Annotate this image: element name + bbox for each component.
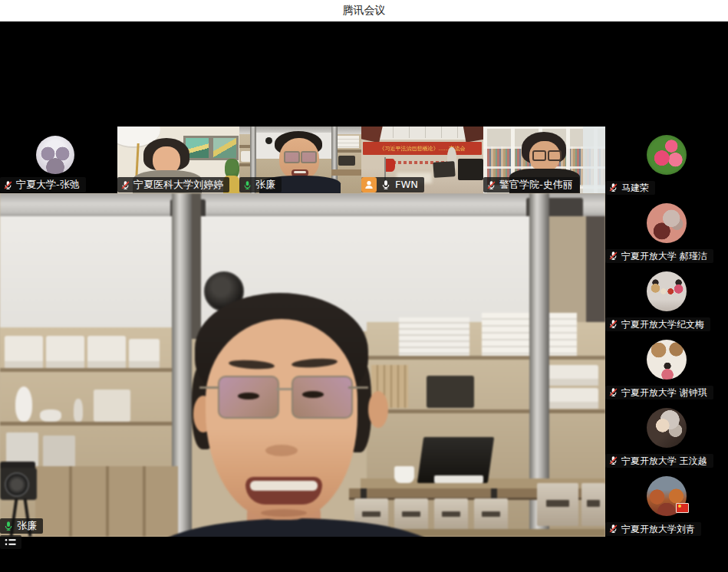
participant-name: 宁夏开放大学 王汶越 <box>621 455 707 466</box>
participant-tile-5[interactable]: 宁夏开放大学 王汶越 <box>605 399 728 468</box>
participant-tile-1[interactable]: 马建荣 <box>605 127 728 195</box>
drawer-box <box>474 498 508 531</box>
mic-muted-icon <box>608 182 618 192</box>
thumbnail-2[interactable]: 宁夏医科大学刘婷婷 <box>117 127 239 193</box>
participant-name-tag: 宁夏开放大学 王汶越 <box>605 454 713 468</box>
main-speaker-video[interactable]: 张廉 <box>0 193 605 572</box>
list-view-icon <box>4 537 18 547</box>
white-vase <box>15 386 32 422</box>
participant-name: 宁夏开放大学纪文梅 <box>621 319 704 330</box>
participant-name: 宁夏大学-张弛 <box>16 179 80 191</box>
storage-box <box>87 336 126 368</box>
thumbnail-3[interactable]: 张廉 <box>239 127 361 193</box>
participant-name-tag: 宁夏开放大学 郝瑾洁 <box>605 249 713 263</box>
participant-name-tag: 宁夏开放大学刘青 <box>605 522 701 536</box>
participant-tile-4[interactable]: 宁夏开放大学 谢钟琪 <box>605 331 728 399</box>
window-titlebar: 腾讯会议 <box>0 0 728 21</box>
participant-name: 张廉 <box>255 179 275 191</box>
drawer-box <box>537 483 578 526</box>
avatar-anime-profile <box>647 408 687 448</box>
meeting-window: { "app": { "title": "腾讯会议" }, "colors": … <box>0 0 728 572</box>
banner: 《习近平法治思想概论》……交流会 <box>363 142 482 155</box>
speaker-glasses <box>218 376 350 420</box>
avatar-lotus <box>647 135 687 175</box>
thumbnail-4[interactable]: 《习近平法治思想概论》……交流会 <box>361 127 483 193</box>
app-title: 腾讯会议 <box>343 4 386 18</box>
participant-name-tag: 宁夏开放大学纪文梅 <box>605 317 710 331</box>
mic-muted-icon <box>486 180 496 190</box>
speaker-name: 张廉 <box>17 520 37 532</box>
storage-box <box>5 336 43 368</box>
mic-muted-icon <box>608 455 618 465</box>
participant-name-tag: 张廉 <box>239 177 282 192</box>
participant-name-tag: 宁夏大学-张弛 <box>0 177 86 192</box>
speaker-shoulders <box>150 518 442 537</box>
mic-muted-icon <box>608 319 618 329</box>
mic-muted-icon <box>120 180 130 190</box>
avatar-dog <box>647 340 687 380</box>
participant-tile-2[interactable]: 宁夏开放大学 郝瑾洁 <box>605 195 728 263</box>
thumbnail-strip: 宁夏大学-张弛 宁夏医科大学刘婷婷 <box>0 127 605 193</box>
participant-name: 宁夏开放大学 郝瑾洁 <box>621 251 707 261</box>
mic-muted-icon <box>3 180 13 190</box>
mic-on-icon <box>380 179 391 190</box>
mic-active-icon <box>3 521 14 531</box>
speaker-figure <box>150 293 442 537</box>
participant-name-tag: 宁夏医科大学刘婷婷 <box>117 177 229 192</box>
storage-box <box>46 336 84 368</box>
list-view-toggle-button[interactable] <box>0 535 21 549</box>
participant-name: FWN <box>395 179 418 191</box>
participant-name: 宁夏医科大学刘婷婷 <box>133 179 223 191</box>
main-video-scene <box>0 193 605 537</box>
participant-name-tag: 宁夏开放大学 谢钟琪 <box>605 386 713 399</box>
participant-tile-3[interactable]: 宁夏开放大学纪文梅 <box>605 263 728 331</box>
thumbnail-5[interactable]: 警官学院-史伟丽 <box>483 127 605 193</box>
participant-name: 马建荣 <box>621 182 649 193</box>
participant-name: 宁夏开放大学刘青 <box>621 524 695 534</box>
mic-muted-icon <box>608 387 618 397</box>
thumbnail-1[interactable]: 宁夏大学-张弛 <box>0 127 117 193</box>
presenter-badge-icon <box>361 177 377 192</box>
participant-tile-6[interactable]: 宁夏开放大学刘青 <box>605 468 728 536</box>
participant-sidebar: 马建荣 宁夏开放大学 郝瑾洁 宁夏开放大 <box>605 127 728 572</box>
bookshelf-room-art <box>0 193 605 537</box>
mic-active-icon <box>242 180 252 190</box>
participant-name-tag: 警官学院-史伟丽 <box>483 177 579 192</box>
participant-name-tag: 马建荣 <box>605 181 655 195</box>
avatar-cartoon-family <box>647 271 687 311</box>
participant-name: 警官学院-史伟丽 <box>499 179 573 191</box>
avatar-bouquet-illustration <box>647 203 687 243</box>
participant-name: 宁夏开放大学 谢钟琪 <box>621 387 707 398</box>
drawer-box <box>581 483 605 526</box>
participant-name-tag: FWN <box>361 177 424 192</box>
mic-muted-icon <box>608 251 618 261</box>
mic-muted-icon <box>608 524 618 534</box>
speaker-name-tag: 张廉 <box>0 518 43 534</box>
china-flag-badge <box>676 503 689 513</box>
